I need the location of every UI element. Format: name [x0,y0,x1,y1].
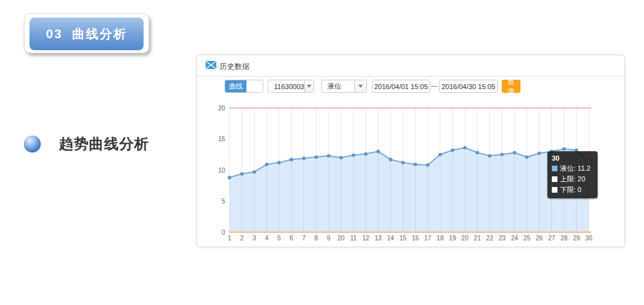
view-toggle-empty[interactable] [246,80,263,92]
x-tick-label: 21 [474,235,482,242]
x-tick-label: 19 [449,235,457,242]
data-point[interactable] [364,152,368,156]
chart-tooltip-row: 上限: 20 [552,174,593,184]
x-tick-label: 26 [536,235,543,242]
data-point[interactable] [525,155,529,159]
envelope-icon [206,61,216,69]
data-point[interactable] [327,154,330,158]
view-toggle[interactable]: 曲线 [224,80,263,93]
data-point[interactable] [438,152,442,156]
y-tick-label: 5 [221,198,225,205]
x-tick-label: 4 [265,235,268,242]
x-tick-label: 11 [350,235,357,242]
x-tick-label: 20 [462,235,469,242]
query-button[interactable]: 查询 [502,80,520,93]
x-tick-label: 15 [399,235,407,242]
x-tick-label: 20 [337,235,345,242]
data-point[interactable] [265,163,268,166]
x-tick-label: 24 [511,235,519,242]
data-point[interactable] [339,156,343,159]
data-point[interactable] [376,150,380,154]
data-point[interactable] [463,146,467,150]
panel-header: 历史数据 [197,55,625,76]
chart-tooltip-title: 30 [552,154,593,162]
x-tick-label: 30 [585,235,593,242]
data-point[interactable] [290,158,293,161]
chart-tooltip-row: 下限: 0 [552,185,593,195]
x-tick-label: 28 [561,235,568,242]
metric-select-value: 液位 [322,82,354,91]
x-tick-label: 25 [524,235,531,242]
x-tick-label: 13 [375,235,383,242]
series-value-text: 下限: 0 [560,185,581,195]
series-swatch [552,176,557,182]
x-tick-label: 1 [228,235,231,242]
data-point[interactable] [401,161,405,164]
chart-tooltip-rows: 液位: 11.2上限: 20下限: 0 [552,164,593,195]
device-select-button[interactable] [304,80,314,92]
x-tick-label: 5 [277,235,281,242]
data-point[interactable] [277,161,281,164]
x-tick-label: 9 [327,235,330,242]
x-tick-label: 12 [362,235,370,242]
bullet-heading: 趋势曲线分析 [24,134,149,154]
data-point[interactable] [240,172,244,176]
y-tick-label: 0 [221,229,225,236]
data-point[interactable] [426,163,430,167]
data-point[interactable] [537,151,541,155]
data-point[interactable] [500,152,504,156]
x-tick-label: 23 [499,235,506,242]
data-point[interactable] [562,147,566,151]
data-point[interactable] [389,158,393,161]
date-to-input[interactable]: 2016/04/30 15:05 [439,80,498,93]
data-point[interactable] [414,163,418,166]
data-point[interactable] [352,153,356,157]
y-tick-label: 10 [218,167,226,174]
data-point[interactable] [228,176,231,179]
x-tick-label: 18 [436,235,444,242]
sphere-bullet-icon [24,136,41,152]
device-select[interactable]: 11630003 [268,80,314,93]
history-data-panel: 历史数据 曲线 11630003 液位 2016/04/01 15:05 [196,55,625,247]
slide: 03 曲线分析 趋势曲线分析 历史数据 曲线 11630003 [0,0,644,305]
chart-tooltip: 30 液位: 11.2上限: 20下限: 0 [547,151,598,198]
chart-toolbar: 曲线 11630003 液位 2016/04/01 15:05 — 2016/0… [197,80,625,94]
data-point[interactable] [302,156,306,160]
data-point[interactable] [488,154,492,158]
x-tick-label: 16 [412,235,420,242]
device-select-value: 11630003 [268,83,304,90]
view-toggle-curve[interactable]: 曲线 [225,80,246,92]
panel-header-divider [197,76,625,77]
metric-select-button[interactable] [354,80,366,92]
x-tick-label: 6 [290,235,293,242]
x-tick-label: 2 [240,235,244,242]
series-swatch [552,187,557,193]
section-badge-label: 03 曲线分析 [46,26,127,43]
x-tick-label: 22 [486,235,494,242]
series-swatch [552,166,557,171]
y-tick-label: 15 [218,136,226,142]
x-tick-label: 8 [315,235,319,242]
data-point[interactable] [315,155,319,159]
data-point[interactable] [475,151,479,154]
x-tick-label: 7 [302,235,306,242]
y-tick-label: 20 [218,105,226,112]
data-point[interactable] [253,170,256,174]
chart-tooltip-row: 液位: 11.2 [552,164,593,173]
section-badge-inner: 03 曲线分析 [29,18,144,50]
chevron-down-icon [307,85,312,88]
x-tick-label: 17 [425,235,432,242]
panel-title: 历史数据 [219,62,250,72]
x-tick-label: 29 [573,235,581,242]
data-point[interactable] [513,151,517,154]
section-badge: 03 曲线分析 [24,13,149,53]
x-tick-label: 3 [253,235,256,242]
area-fill [230,147,589,232]
date-range-separator: — [430,82,439,89]
x-tick-label: 27 [548,235,556,242]
bullet-heading-label: 趋势曲线分析 [59,134,149,154]
x-tick-label: 14 [387,235,394,242]
date-from-input[interactable]: 2016/04/01 15:05 [372,80,430,93]
data-point[interactable] [451,149,455,152]
metric-select[interactable]: 液位 [321,80,367,93]
